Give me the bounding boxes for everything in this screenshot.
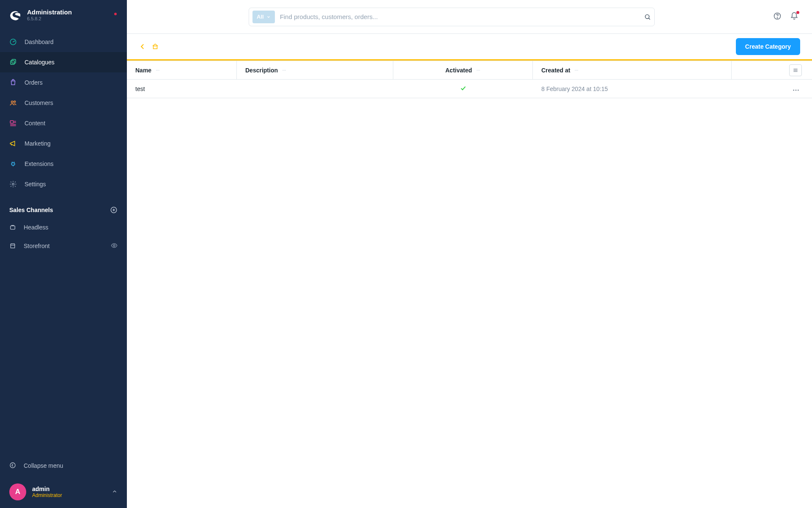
column-menu-icon[interactable] — [282, 68, 286, 72]
nav-label: Marketing — [25, 140, 50, 147]
table-header: Name Description Activated — [127, 61, 812, 80]
svg-point-43 — [796, 89, 797, 91]
avatar-initial: A — [15, 488, 20, 496]
nav-item-settings[interactable]: Settings — [0, 174, 127, 194]
nav-label: Content — [25, 120, 45, 127]
svg-point-21 — [10, 463, 15, 468]
content-actions-bar: Create Category — [127, 34, 812, 59]
column-menu-icon[interactable] — [156, 68, 160, 72]
svg-point-35 — [479, 70, 480, 71]
column-menu-icon[interactable] — [574, 68, 579, 72]
svg-rect-1 — [11, 61, 14, 64]
svg-point-37 — [576, 70, 577, 71]
svg-point-33 — [477, 70, 477, 71]
back-button[interactable] — [139, 43, 146, 50]
svg-point-28 — [157, 70, 158, 71]
sales-channels-heading-label: Sales Channels — [9, 207, 53, 213]
svg-point-34 — [478, 70, 479, 71]
channel-label: Headless — [24, 224, 48, 231]
create-category-button[interactable]: Create Category — [736, 38, 800, 55]
categories-table: Name Description Activated — [127, 61, 812, 98]
nav-item-marketing[interactable]: Marketing — [0, 133, 127, 154]
main-navigation: Dashboard Catalogues Orders Customers — [0, 30, 127, 194]
collapse-menu-button[interactable]: Collapse menu — [0, 456, 127, 476]
update-indicator-dot — [114, 13, 117, 15]
chevron-up-icon — [112, 489, 118, 496]
svg-point-14 — [12, 183, 14, 185]
row-context-menu-button[interactable] — [793, 86, 799, 92]
nav-item-extensions[interactable]: Extensions — [0, 154, 127, 174]
svg-point-4 — [14, 101, 16, 102]
nav-item-dashboard[interactable]: Dashboard — [0, 32, 127, 52]
sales-channel-storefront[interactable]: Storefront — [0, 237, 127, 255]
global-search: All — [249, 8, 655, 26]
cell-actions — [732, 80, 812, 98]
add-sales-channel-button[interactable] — [110, 206, 118, 214]
svg-point-44 — [798, 89, 799, 91]
nav-label: Customers — [25, 99, 53, 106]
app-title: Administration — [27, 8, 72, 16]
column-label: Name — [135, 67, 151, 74]
svg-rect-2 — [12, 59, 16, 63]
check-icon — [460, 85, 466, 93]
table-settings-button[interactable] — [789, 64, 802, 76]
collapse-label: Collapse menu — [24, 462, 63, 469]
gear-icon — [9, 180, 17, 188]
category-root-icon[interactable] — [151, 43, 159, 50]
help-button[interactable] — [773, 12, 782, 22]
plug-icon — [9, 160, 17, 168]
svg-line-23 — [649, 18, 650, 19]
nav-item-orders[interactable]: Orders — [0, 72, 127, 93]
column-header-activated[interactable]: Activated — [393, 61, 533, 79]
notifications-button[interactable] — [790, 12, 798, 22]
shopware-logo-icon — [9, 9, 21, 21]
nav-label: Extensions — [25, 160, 53, 167]
svg-rect-5 — [10, 121, 14, 123]
user-menu[interactable]: A admin Administrator — [0, 476, 127, 508]
nav-item-content[interactable]: Content — [0, 113, 127, 133]
cell-value: test — [135, 86, 145, 92]
column-header-name[interactable]: Name — [127, 61, 237, 79]
catalogues-icon — [9, 58, 17, 66]
search-input[interactable] — [279, 13, 640, 21]
svg-point-29 — [159, 70, 159, 71]
sidebar: Administration 6.5.8.2 Dashboard Catalog… — [0, 0, 127, 508]
nav-label: Settings — [25, 181, 46, 188]
cell-description — [237, 80, 393, 98]
search-type-selector[interactable]: All — [252, 11, 275, 23]
cell-value: 8 February 2024 at 10:15 — [541, 86, 608, 92]
nav-item-customers[interactable]: Customers — [0, 93, 127, 113]
svg-point-32 — [285, 70, 286, 71]
svg-rect-18 — [11, 226, 15, 229]
sales-channels-heading: Sales Channels — [0, 194, 127, 218]
nav-item-catalogues[interactable]: Catalogues — [0, 52, 127, 72]
svg-point-22 — [645, 14, 649, 18]
svg-point-27 — [156, 70, 157, 71]
cell-name: test — [127, 80, 237, 98]
nav-label: Dashboard — [25, 39, 54, 45]
app-version: 6.5.8.2 — [27, 16, 72, 22]
cell-activated — [393, 80, 533, 98]
user-name: admin — [32, 486, 62, 492]
svg-rect-19 — [11, 245, 14, 248]
column-label: Activated — [445, 67, 472, 74]
svg-point-20 — [113, 245, 115, 246]
column-label: Description — [245, 67, 278, 74]
cell-created-at: 8 February 2024 at 10:15 — [533, 80, 732, 98]
svg-rect-26 — [154, 46, 157, 49]
user-role: Administrator — [32, 492, 62, 498]
main-content: All — [127, 0, 812, 508]
create-button-label: Create Category — [745, 43, 791, 50]
column-header-created-at[interactable]: Created at — [533, 61, 732, 79]
svg-rect-10 — [11, 163, 15, 165]
nav-label: Catalogues — [25, 59, 55, 66]
column-settings — [732, 61, 812, 79]
table-row[interactable]: test 8 February 2024 at 10:15 — [127, 80, 812, 98]
column-header-description[interactable]: Description — [237, 61, 393, 79]
visibility-icon[interactable] — [111, 242, 118, 250]
chevron-down-icon — [266, 15, 271, 19]
column-menu-icon[interactable] — [476, 68, 480, 72]
sales-channel-headless[interactable]: Headless — [0, 218, 127, 237]
gauge-icon — [9, 38, 17, 46]
search-button[interactable] — [644, 14, 651, 20]
